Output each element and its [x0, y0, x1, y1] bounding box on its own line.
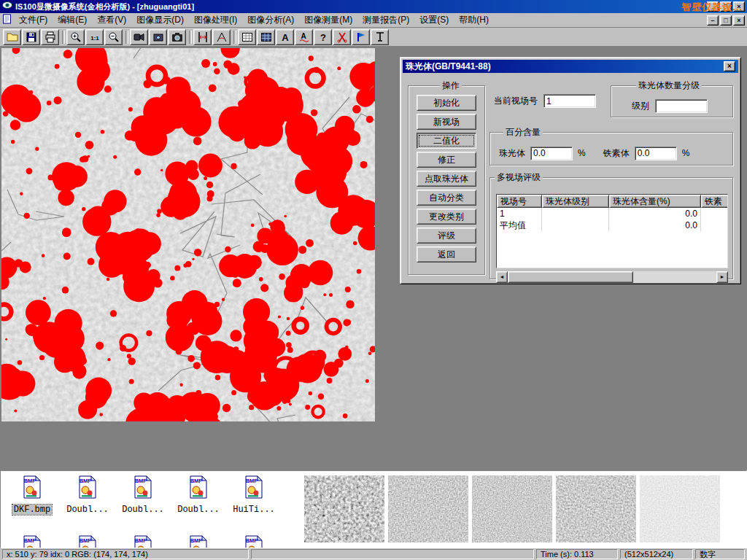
thumbnail-sample-3[interactable]: [472, 475, 552, 542]
open-icon[interactable]: [3, 29, 21, 45]
file-item-partial[interactable]: BMP: [5, 535, 59, 548]
file-item-partial[interactable]: BMP: [227, 535, 281, 548]
file-item-partial[interactable]: BMP: [61, 535, 115, 548]
menu-item[interactable]: 图像分析(A): [242, 12, 299, 28]
zoom-out-icon[interactable]: [104, 29, 123, 45]
file-item-partial[interactable]: BMP: [171, 535, 225, 548]
grade-group-label: 珠光体数量分级: [636, 79, 702, 92]
thumbnail-sample-4[interactable]: [556, 475, 636, 542]
thumbnail-sample-2[interactable]: [388, 475, 468, 542]
column-header[interactable]: 视场号: [497, 195, 542, 208]
rate-button[interactable]: 评级: [417, 228, 476, 244]
column-header[interactable]: 珠光体含量(%): [609, 195, 701, 208]
zoom-in-icon[interactable]: [66, 29, 85, 45]
image-capture-icon[interactable]: [149, 29, 167, 45]
angle-measure-icon[interactable]: [212, 29, 231, 45]
mdi-minimize-button[interactable]: –: [707, 15, 719, 26]
change-class-button[interactable]: 更改类别: [417, 209, 476, 225]
annotate-icon[interactable]: A: [295, 29, 313, 45]
pick-pearlite-button[interactable]: 点取珠光体: [417, 171, 476, 187]
return-button[interactable]: 返回: [417, 246, 476, 262]
menu-item[interactable]: 测量报告(P): [357, 12, 414, 28]
operation-group: 操作 初始化新视场二值化修正点取珠光体自动分类更改类别评级返回: [408, 79, 485, 275]
watermark-text: 智壁仪器设...: [681, 1, 743, 14]
scroll-left-button[interactable]: ◄: [496, 271, 508, 283]
mdi-close-button[interactable]: ×: [733, 15, 745, 26]
svg-text:?: ?: [320, 32, 326, 43]
menu-item[interactable]: 编辑(E): [53, 12, 92, 28]
mdi-restore-button[interactable]: □: [720, 15, 732, 26]
scroll-right-button[interactable]: ►: [716, 271, 728, 283]
save-icon[interactable]: [22, 29, 40, 45]
cut-icon[interactable]: [333, 29, 351, 45]
binarize-button[interactable]: 二值化: [417, 133, 476, 149]
one-to-one-icon[interactable]: 1:1: [85, 29, 104, 45]
grade-level-input[interactable]: [655, 99, 708, 113]
workspace: 珠光体(GB/T9441-88) × 操作 初始化新视场二值化修正点取珠光体自动…: [0, 47, 747, 470]
dialog-titlebar[interactable]: 珠光体(GB/T9441-88) ×: [403, 60, 738, 73]
file-item[interactable]: BMPDoubl...: [61, 475, 115, 515]
print-icon[interactable]: [41, 29, 59, 45]
file-item-partial[interactable]: BMP: [116, 535, 170, 548]
help-icon[interactable]: ?: [314, 29, 332, 45]
toolbar-separator: [60, 29, 66, 45]
current-field-label: 当前视场号: [494, 95, 538, 107]
menu-item[interactable]: 图像测量(M): [299, 12, 357, 28]
multifield-group-label: 多视场评级: [495, 171, 543, 184]
file-item[interactable]: BMPDoubl...: [116, 475, 170, 515]
grade-level-label: 级别: [632, 100, 649, 112]
table-cell: [542, 219, 609, 231]
grid-dark-icon[interactable]: [257, 29, 275, 45]
thumbnail-sample-5[interactable]: [640, 475, 720, 542]
scroll-thumb[interactable]: [508, 271, 633, 283]
document-icon: [2, 14, 12, 27]
dialog-close-button[interactable]: ×: [724, 61, 735, 71]
video-capture-icon[interactable]: [130, 29, 148, 45]
table-cell: 平均值: [497, 219, 542, 231]
file-list: BMPDKF.bmpBMPDoubl...BMPDoubl...BMPDoubl…: [5, 475, 282, 515]
metallographic-image[interactable]: [1, 48, 375, 421]
font-icon[interactable]: A: [276, 29, 294, 45]
pearlite-input[interactable]: [530, 147, 573, 160]
toolbar-separator: [187, 29, 193, 45]
image-size-readout: (512x512x24): [620, 549, 693, 559]
menu-item[interactable]: 文件(F): [14, 12, 53, 28]
current-field-input[interactable]: [543, 94, 596, 108]
thumbnail-sample-1[interactable]: [304, 475, 384, 542]
ferrite-input[interactable]: [635, 147, 677, 160]
menu-item[interactable]: 图像处理(I): [189, 12, 242, 28]
percent-group: 百分含量 珠光体%铁素体%: [489, 126, 733, 166]
table-hscrollbar[interactable]: ◄ ►: [496, 271, 728, 283]
svg-text:BMP: BMP: [24, 478, 36, 484]
toolbar: 1:1AA?: [0, 28, 747, 47]
column-header[interactable]: 铁素: [701, 195, 728, 208]
file-item[interactable]: BMPDoubl...: [171, 475, 225, 515]
scroll-track[interactable]: [508, 271, 716, 283]
bmp-file-icon: BMP: [242, 535, 266, 548]
stand-icon[interactable]: [371, 29, 389, 45]
menu-item[interactable]: 查看(V): [92, 12, 131, 28]
camera-icon[interactable]: [168, 29, 186, 45]
caliper-icon[interactable]: [193, 29, 212, 45]
menu-item[interactable]: 图像显示(D): [131, 12, 189, 28]
app-logo-icon: [2, 0, 12, 13]
table-row[interactable]: 平均值0.0: [497, 219, 728, 231]
svg-text:BMP: BMP: [80, 537, 92, 544]
svg-text:BMP: BMP: [80, 478, 92, 484]
dialog-title: 珠光体(GB/T9441-88): [406, 61, 724, 73]
table-row[interactable]: 10.0: [497, 208, 728, 219]
correct-button[interactable]: 修正: [417, 152, 476, 168]
menu-item[interactable]: 帮助(H): [454, 12, 494, 28]
init-button[interactable]: 初始化: [417, 95, 476, 111]
file-label: Doubl...: [120, 505, 166, 515]
svg-text:1:1: 1:1: [90, 34, 99, 41]
marker-icon[interactable]: [352, 29, 370, 45]
column-header[interactable]: 珠光体级别: [542, 195, 609, 208]
bmp-file-icon: BMP: [131, 475, 155, 499]
file-item[interactable]: BMPDKF.bmp: [5, 475, 59, 515]
grid-icon[interactable]: [238, 29, 256, 45]
auto-classify-button[interactable]: 自动分类: [417, 190, 476, 206]
new-field-button[interactable]: 新视场: [417, 114, 476, 130]
menu-item[interactable]: 设置(S): [414, 12, 454, 28]
file-item[interactable]: BMPHuiTi...: [227, 475, 281, 515]
